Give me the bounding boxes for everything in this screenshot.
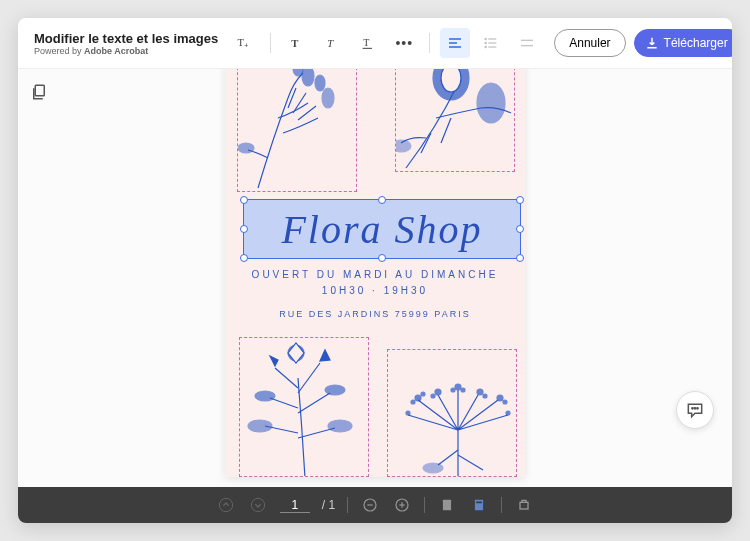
svg-rect-60 bbox=[520, 502, 528, 509]
svg-point-24 bbox=[441, 69, 461, 92]
svg-point-12 bbox=[485, 38, 486, 39]
svg-point-21 bbox=[322, 88, 334, 108]
svg-rect-57 bbox=[443, 500, 451, 511]
svg-point-41 bbox=[483, 394, 487, 398]
flower-art bbox=[240, 338, 369, 477]
svg-text:T: T bbox=[328, 38, 335, 49]
next-page-button bbox=[248, 495, 268, 515]
underline-icon: T bbox=[360, 35, 376, 51]
title-block: Modifier le texte et les images Powered … bbox=[34, 31, 218, 56]
resize-handle[interactable] bbox=[516, 196, 524, 204]
fit-page-icon bbox=[440, 497, 454, 513]
document-page[interactable]: Flora Shop OUVERT DU MARDI AU DIMANCHE 1… bbox=[225, 69, 525, 477]
svg-rect-17 bbox=[35, 85, 44, 96]
time-text[interactable]: 10H30 · 19H30 bbox=[225, 285, 525, 296]
zoom-in-icon bbox=[394, 497, 410, 513]
bold-icon: T bbox=[288, 35, 304, 51]
flower-art bbox=[396, 69, 515, 172]
image-frame[interactable] bbox=[239, 337, 369, 477]
underline-button[interactable]: T bbox=[353, 28, 383, 58]
svg-text:+: + bbox=[244, 42, 248, 49]
svg-rect-58 bbox=[475, 500, 483, 511]
resize-handle[interactable] bbox=[516, 254, 524, 262]
svg-point-27 bbox=[255, 391, 275, 401]
address-text[interactable]: RUE DES JARDINS 75999 PARIS bbox=[225, 309, 525, 319]
italic-button[interactable]: T bbox=[317, 28, 347, 58]
header-bar: Modifier le texte et les images Powered … bbox=[18, 18, 732, 69]
svg-point-46 bbox=[423, 463, 443, 473]
svg-point-19 bbox=[315, 75, 325, 91]
list-button bbox=[476, 28, 506, 58]
svg-point-26 bbox=[396, 140, 411, 152]
cancel-button[interactable]: Annuler bbox=[554, 29, 625, 57]
resize-handle[interactable] bbox=[240, 196, 248, 204]
fit-width-button[interactable] bbox=[469, 495, 489, 515]
image-frame[interactable] bbox=[387, 349, 517, 477]
bold-button[interactable]: T bbox=[281, 28, 311, 58]
svg-point-38 bbox=[451, 388, 455, 392]
pages-panel-button[interactable] bbox=[30, 83, 52, 105]
zoom-in-button[interactable] bbox=[392, 495, 412, 515]
powered-by: Powered by Adobe Acrobat bbox=[34, 46, 218, 56]
page-number-input[interactable] bbox=[280, 498, 310, 513]
viewer-toolbar: / 1 bbox=[18, 487, 732, 523]
align-left-button[interactable] bbox=[440, 28, 470, 58]
add-text-button[interactable]: T+ bbox=[230, 28, 260, 58]
resize-handle[interactable] bbox=[378, 254, 386, 262]
fullscreen-icon bbox=[516, 497, 532, 513]
editor-modal: Modifier le texte et les images Powered … bbox=[18, 18, 732, 523]
download-label: Télécharger bbox=[664, 36, 728, 50]
svg-point-32 bbox=[415, 395, 421, 401]
image-frame[interactable] bbox=[237, 69, 357, 192]
powered-by-brand: Adobe Acrobat bbox=[84, 46, 148, 56]
svg-point-33 bbox=[411, 400, 415, 404]
resize-handle[interactable] bbox=[378, 196, 386, 204]
powered-by-prefix: Powered by bbox=[34, 46, 84, 56]
svg-point-29 bbox=[248, 420, 272, 432]
svg-point-34 bbox=[421, 392, 425, 396]
svg-point-49 bbox=[697, 408, 698, 409]
resize-handle[interactable] bbox=[516, 225, 524, 233]
resize-handle[interactable] bbox=[240, 254, 248, 262]
spacing-button bbox=[512, 28, 542, 58]
hours-text[interactable]: OUVERT DU MARDI AU DIMANCHE bbox=[225, 269, 525, 280]
download-button[interactable]: Télécharger bbox=[634, 29, 732, 57]
shop-name-text[interactable]: Flora Shop bbox=[244, 200, 520, 260]
pages-icon bbox=[30, 83, 48, 101]
svg-point-36 bbox=[431, 394, 435, 398]
spacing-icon bbox=[519, 35, 535, 51]
svg-point-43 bbox=[503, 400, 507, 404]
image-frame[interactable] bbox=[395, 69, 515, 172]
prev-page-button bbox=[216, 495, 236, 515]
page-wrapper: Flora Shop OUVERT DU MARDI AU DIMANCHE 1… bbox=[225, 69, 525, 487]
separator bbox=[429, 33, 430, 53]
svg-point-44 bbox=[506, 411, 510, 415]
svg-point-42 bbox=[497, 395, 503, 401]
separator bbox=[347, 497, 348, 513]
separator bbox=[270, 33, 271, 53]
svg-point-35 bbox=[435, 389, 441, 395]
selected-text-frame[interactable]: Flora Shop bbox=[243, 199, 521, 259]
svg-point-18 bbox=[302, 69, 314, 86]
svg-point-28 bbox=[325, 385, 345, 395]
header-actions: Annuler Télécharger bbox=[554, 29, 732, 57]
svg-point-13 bbox=[485, 42, 486, 43]
arrow-up-icon bbox=[218, 497, 234, 513]
fullscreen-button[interactable] bbox=[514, 495, 534, 515]
fit-width-icon bbox=[472, 497, 486, 513]
download-icon bbox=[645, 36, 659, 50]
svg-point-50 bbox=[219, 498, 232, 511]
chat-button[interactable] bbox=[676, 391, 714, 429]
italic-icon: T bbox=[324, 35, 340, 51]
editor-canvas[interactable]: Flora Shop OUVERT DU MARDI AU DIMANCHE 1… bbox=[18, 69, 732, 487]
more-button[interactable]: ••• bbox=[389, 28, 419, 58]
page-total: / 1 bbox=[322, 498, 335, 512]
flower-art bbox=[238, 69, 357, 192]
zoom-out-button[interactable] bbox=[360, 495, 380, 515]
svg-text:T: T bbox=[292, 38, 299, 49]
add-text-icon: T+ bbox=[236, 34, 254, 52]
fit-page-button[interactable] bbox=[437, 495, 457, 515]
zoom-out-icon bbox=[362, 497, 378, 513]
svg-text:T: T bbox=[364, 37, 370, 48]
resize-handle[interactable] bbox=[240, 225, 248, 233]
